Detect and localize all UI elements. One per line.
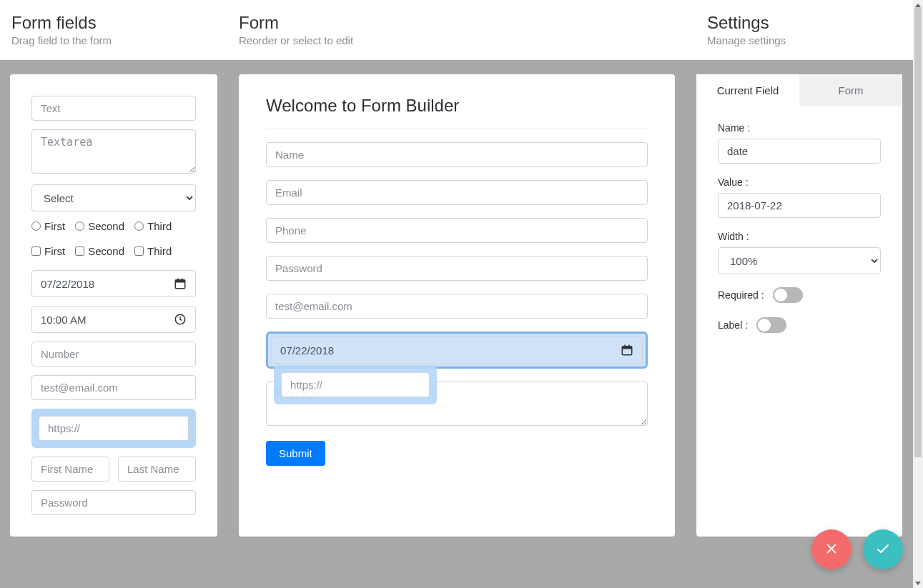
cancel-fab[interactable] [811, 529, 852, 551]
palette-radio-group: First Second Third [31, 220, 196, 232]
calendar-icon [621, 344, 633, 357]
palette-number-field[interactable] [31, 342, 196, 367]
palette-check-second[interactable]: Second [75, 245, 124, 257]
setting-name-label: Name : [718, 122, 881, 134]
scrollbar[interactable] [913, 0, 923, 551]
app-header: Form fields Drag field to the form Form … [0, 0, 923, 60]
svg-rect-3 [182, 279, 183, 281]
palette-text-field[interactable] [31, 96, 196, 121]
palette-checkbox-group: First Second Third [31, 245, 196, 257]
settings-body: Name : Value : Width : 100% Required : L… [696, 106, 902, 363]
svg-rect-7 [624, 345, 626, 348]
scroll-thumb[interactable] [914, 7, 922, 457]
form-emailvalue-field[interactable] [266, 294, 648, 319]
header-col-fields: Form fields Drag field to the form [0, 0, 227, 59]
palette-date-value: 07/22/2018 [41, 278, 94, 290]
check-second-input[interactable] [75, 246, 84, 256]
form-heading: Form [239, 13, 684, 33]
form-date-input[interactable]: 07/22/2018 [271, 337, 643, 364]
dragging-url-input[interactable] [281, 372, 430, 397]
setting-required-label: Required : [718, 289, 764, 301]
field-palette: Select First Second Third First Second T… [10, 74, 217, 537]
label-toggle[interactable] [756, 317, 786, 333]
palette-time-field[interactable]: 10:00 AM [31, 306, 196, 333]
dragging-url-field[interactable] [274, 365, 437, 404]
settings-panel: Current Field Form Name : Value : Width … [696, 74, 902, 537]
palette-password-field[interactable] [31, 490, 196, 515]
submit-button[interactable]: Submit [266, 441, 325, 466]
svg-rect-6 [622, 347, 632, 349]
setting-value-input[interactable] [718, 193, 881, 218]
tab-form[interactable]: Form [799, 74, 902, 106]
form-date-field-selected[interactable]: 07/22/2018 [266, 332, 648, 369]
form-password-field[interactable] [266, 256, 648, 281]
form-divider [266, 129, 648, 129]
setting-value-label: Value : [718, 176, 881, 188]
tab-current-field[interactable]: Current Field [696, 74, 799, 106]
fab-row [811, 529, 903, 551]
svg-rect-8 [628, 345, 630, 348]
close-icon [824, 541, 839, 552]
setting-label-label: Label : [718, 319, 748, 331]
palette-radio-second[interactable]: Second [75, 220, 124, 232]
radio-first-input[interactable] [31, 221, 41, 231]
form-email-field[interactable] [266, 180, 648, 205]
palette-date-field[interactable]: 07/22/2018 [31, 270, 196, 297]
setting-width-select[interactable]: 100% [718, 247, 881, 274]
palette-lastname-field[interactable] [118, 457, 196, 482]
confirm-fab[interactable] [863, 529, 903, 551]
header-col-form: Form Reorder or select to edit [227, 0, 696, 59]
form-phone-field[interactable] [266, 218, 648, 243]
radio-third-input[interactable] [134, 221, 144, 231]
palette-check-first[interactable]: First [31, 245, 65, 257]
form-title: Welcome to Form Builder [266, 96, 648, 116]
palette-url-field-selected[interactable] [31, 409, 196, 448]
fields-heading: Form fields [11, 13, 216, 33]
settings-heading: Settings [707, 13, 912, 33]
required-toggle[interactable] [773, 287, 803, 303]
svg-rect-1 [175, 280, 185, 283]
palette-firstname-field[interactable] [31, 457, 109, 482]
workspace: Select First Second Third First Second T… [0, 60, 923, 551]
form-canvas: Welcome to Form Builder 07/22/2018 [239, 74, 675, 537]
check-icon [874, 540, 892, 552]
form-subheading: Reorder or select to edit [239, 34, 684, 46]
form-name-field[interactable] [266, 142, 648, 167]
palette-check-third[interactable]: Third [134, 245, 172, 257]
palette-select-field[interactable]: Select [31, 184, 196, 211]
setting-name-input[interactable] [718, 139, 881, 164]
form-date-value: 07/22/2018 [280, 344, 334, 357]
fields-subheading: Drag field to the form [11, 34, 216, 46]
palette-email-field[interactable] [31, 375, 196, 400]
palette-time-value: 10:00 AM [41, 314, 86, 326]
palette-radio-first[interactable]: First [31, 220, 65, 232]
palette-radio-third[interactable]: Third [134, 220, 172, 232]
check-first-input[interactable] [31, 246, 41, 256]
calendar-icon [174, 277, 187, 290]
check-third-input[interactable] [134, 246, 144, 256]
settings-tabs: Current Field Form [696, 74, 902, 106]
triangle-up-icon [915, 4, 921, 7]
radio-second-input[interactable] [75, 221, 84, 231]
header-col-settings: Settings Manage settings [696, 0, 923, 59]
palette-textarea-field[interactable] [31, 129, 196, 174]
settings-subheading: Manage settings [707, 34, 912, 46]
palette-url-input[interactable] [39, 416, 189, 441]
svg-rect-2 [177, 279, 179, 281]
clock-icon [174, 313, 187, 326]
setting-width-label: Width : [718, 231, 881, 242]
